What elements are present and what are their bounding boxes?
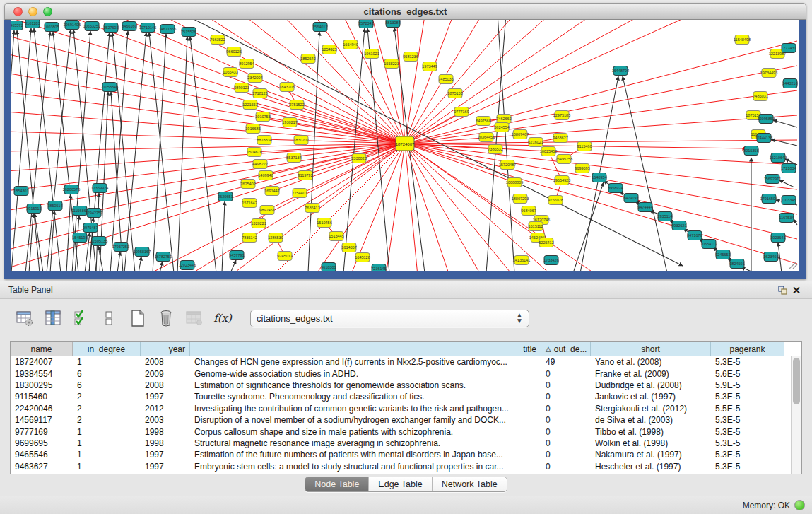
- graph-node[interactable]: 2330023: [351, 154, 366, 163]
- graph-node[interactable]: 17016504: [760, 194, 777, 204]
- graph-node[interactable]: 2751522: [289, 100, 304, 110]
- graph-node[interactable]: 1443210: [782, 79, 797, 88]
- graph-node[interactable]: 1623401: [763, 252, 778, 262]
- table-row[interactable]: 1872400712008Changes of HCN gene express…: [11, 356, 801, 368]
- graph-node[interactable]: 12505135: [90, 237, 107, 246]
- graph-node[interactable]: 26495758: [555, 155, 572, 164]
- graph-node[interactable]: 19654923: [553, 176, 570, 185]
- graph-node[interactable]: 1277431: [781, 44, 796, 53]
- graph-node[interactable]: 9824501: [729, 259, 744, 269]
- unselect-all-button[interactable]: [99, 308, 120, 329]
- graph-node[interactable]: 1103345: [781, 196, 796, 205]
- graph-node[interactable]: 2935114: [657, 212, 672, 221]
- graph-node[interactable]: 9618301: [321, 263, 336, 271]
- graph-node[interactable]: 17957253: [112, 243, 129, 252]
- column-header-out_degree[interactable]: △out_de...: [541, 342, 591, 356]
- graph-node[interactable]: 1854301: [13, 187, 28, 196]
- graph-hub-node[interactable]: 18724007: [396, 136, 415, 151]
- close-window-button[interactable]: [13, 7, 23, 16]
- graph-node[interactable]: 4498222: [252, 160, 267, 169]
- column-header-name[interactable]: name: [11, 342, 73, 356]
- graph-node[interactable]: 1930217: [282, 118, 297, 127]
- tab-network-table[interactable]: Network Table: [433, 477, 507, 491]
- zoom-window-button[interactable]: [43, 7, 52, 16]
- graph-node[interactable]: 15692971: [764, 175, 781, 184]
- graph-node[interactable]: 1519456: [317, 218, 331, 228]
- graph-node[interactable]: 1875155: [447, 89, 462, 98]
- graph-node[interactable]: 20691406: [64, 21, 81, 30]
- graph-node[interactable]: 12923446: [179, 261, 196, 270]
- graph-node[interactable]: 8912954: [239, 59, 254, 69]
- graph-node[interactable]: 9660125: [226, 47, 241, 57]
- graph-node[interactable]: 1640954: [592, 173, 606, 182]
- graph-node[interactable]: 9572342: [358, 20, 373, 28]
- graph-node[interactable]: 1916685: [245, 124, 260, 134]
- graph-node[interactable]: 11548498: [734, 35, 751, 45]
- scrollbar-thumb[interactable]: [793, 358, 800, 404]
- graph-node[interactable]: 8878334: [257, 136, 271, 145]
- function-builder-button[interactable]: f(x): [212, 308, 233, 329]
- graph-node[interactable]: 1221553: [242, 100, 257, 110]
- graph-node[interactable]: 15720487: [499, 160, 516, 170]
- graph-node[interactable]: 7515526: [181, 28, 196, 37]
- graph-node[interactable]: 10688809: [506, 178, 523, 187]
- minimize-window-button[interactable]: [28, 7, 37, 16]
- delete-table-button[interactable]: [184, 308, 205, 329]
- select-all-button[interactable]: [71, 308, 92, 329]
- graph-node[interactable]: 8813084: [385, 20, 400, 28]
- graph-node[interactable]: 7386532: [488, 145, 502, 154]
- table-row[interactable]: 946554611997Estimation of the future num…: [11, 449, 801, 460]
- graph-node[interactable]: 1320221: [251, 219, 266, 228]
- select-columns-button[interactable]: [42, 308, 64, 329]
- graph-node[interactable]: 1003805: [44, 23, 59, 32]
- graph-node[interactable]: 1664940: [343, 40, 358, 49]
- delete-column-button[interactable]: [155, 308, 177, 329]
- table-row[interactable]: 977716911998Corpus callosum shape and si…: [11, 426, 801, 437]
- graph-node[interactable]: 7850514: [47, 201, 62, 211]
- graph-node[interactable]: 8466160: [122, 22, 136, 31]
- graph-node[interactable]: 26206576: [63, 185, 80, 194]
- graph-node[interactable]: 1558223: [384, 59, 399, 69]
- graph-node[interactable]: 10025458: [540, 147, 557, 156]
- graph-node[interactable]: 1615112: [528, 222, 543, 231]
- table-options-button[interactable]: [14, 308, 35, 329]
- tab-node-table[interactable]: Node Table: [305, 477, 369, 491]
- graph-node[interactable]: 21053346: [101, 83, 118, 92]
- graph-node[interactable]: 1527602: [103, 23, 118, 33]
- graph-node[interactable]: 7485031: [753, 92, 767, 101]
- graph-node[interactable]: 1545193: [72, 233, 87, 243]
- graph-node[interactable]: 2405572: [11, 21, 23, 30]
- graph-node[interactable]: 1691447: [264, 187, 279, 196]
- graph-node[interactable]: 10958167: [134, 247, 151, 257]
- column-header-in_degree[interactable]: in_degree: [73, 342, 141, 356]
- table-row[interactable]: 2242004622012Investigating the contribut…: [11, 403, 801, 414]
- graph-node[interactable]: 1645128: [355, 253, 370, 262]
- table-row[interactable]: 1830029562008Estimation of significance …: [11, 380, 801, 391]
- table-row[interactable]: 1938455462009Genome-wide association stu…: [11, 368, 801, 379]
- column-header-short[interactable]: short: [591, 342, 711, 356]
- graph-node[interactable]: 16782759: [155, 252, 172, 262]
- graph-node[interactable]: 9699695: [575, 164, 589, 173]
- graph-node[interactable]: 1733426: [543, 256, 558, 265]
- graph-node[interactable]: 6479197: [623, 194, 638, 203]
- network-table-select[interactable]: citations_edges.txt ▲▼: [250, 310, 529, 327]
- graph-node[interactable]: 8471676: [687, 231, 702, 240]
- graph-node[interactable]: 1852642: [300, 54, 315, 64]
- graph-node[interactable]: 14671355: [159, 25, 176, 34]
- graph-node[interactable]: 7236145: [371, 264, 386, 271]
- graph-node[interactable]: 1564012: [312, 23, 327, 32]
- graph-node[interactable]: 1010753: [255, 112, 270, 122]
- create-column-button[interactable]: [127, 308, 148, 329]
- graph-node[interactable]: 7836142: [242, 233, 257, 243]
- float-panel-button[interactable]: [775, 284, 789, 296]
- graph-node[interactable]: 12975185: [553, 111, 570, 120]
- graph-node[interactable]: 2718126: [252, 89, 267, 98]
- column-header-year[interactable]: year: [141, 342, 190, 356]
- memory-status-indicator[interactable]: [794, 500, 805, 510]
- graph-node[interactable]: 1023641: [770, 233, 785, 243]
- graph-node[interactable]: 20364456: [478, 133, 495, 142]
- graph-node[interactable]: 7635412: [305, 204, 319, 213]
- graph-node[interactable]: 9474444: [637, 203, 652, 212]
- graph-node[interactable]: 1065433: [223, 68, 237, 77]
- graph-node[interactable]: 16448794: [612, 66, 629, 76]
